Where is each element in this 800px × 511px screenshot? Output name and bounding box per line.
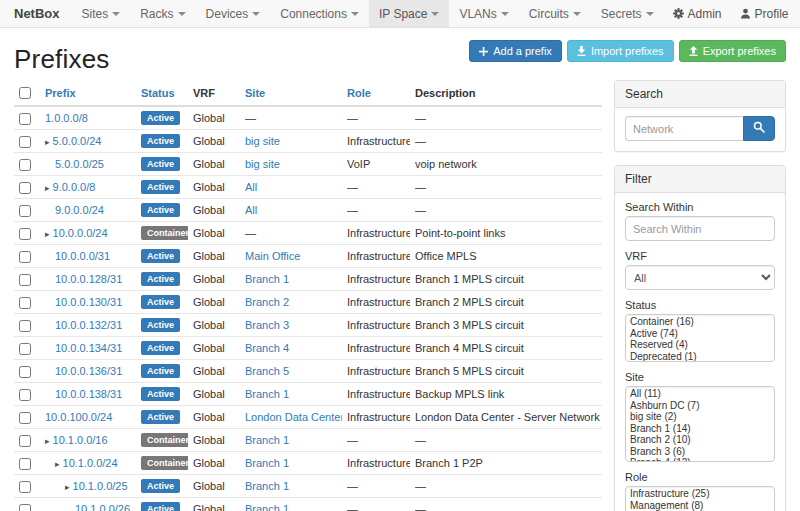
column-header-status[interactable]: Status [141,87,175,99]
search-within-input[interactable] [625,216,775,241]
row-checkbox[interactable] [19,389,31,401]
site-link[interactable]: Branch 3 [245,319,289,331]
site-link[interactable]: All [245,181,257,193]
prefix-link[interactable]: 10.1.0.0/24 [63,457,118,469]
prefix-link[interactable]: 10.0.0.130/31 [55,296,122,308]
site-link[interactable]: Branch 4 [245,342,289,354]
listbox-option[interactable]: All (11) [626,388,774,400]
prefix-link[interactable]: 9.0.0.0/8 [53,181,96,193]
site-link[interactable]: Branch 2 [245,296,289,308]
listbox-option[interactable]: Management (8) [626,500,774,511]
prefix-link[interactable]: 10.0.0.134/31 [55,342,122,354]
row-checkbox[interactable] [19,412,31,424]
prefix-link[interactable]: 1.0.0.0/8 [45,112,88,124]
row-checkbox[interactable] [19,297,31,309]
nav-item-secrets[interactable]: Secrets [591,0,664,27]
row-checkbox[interactable] [19,228,31,240]
row-checkbox[interactable] [19,113,31,125]
listbox-option[interactable]: Branch 1 (14) [626,423,774,435]
expand-arrow-icon[interactable]: ▸ [45,183,50,193]
prefix-link[interactable]: 5.0.0.0/24 [53,135,102,147]
site-link[interactable]: Main Office [245,250,300,262]
nav-item-circuits[interactable]: Circuits [519,0,591,27]
vrf-select[interactable]: All [625,265,775,290]
site-link[interactable]: Branch 1 [245,480,289,492]
listbox-option[interactable]: Deprecated (1) [626,351,774,363]
column-header-role[interactable]: Role [347,87,371,99]
listbox-option[interactable]: big site (2) [626,411,774,423]
prefix-link[interactable]: 10.0.0.0/24 [53,227,108,239]
prefix-link[interactable]: 10.1.0.0/25 [73,480,128,492]
listbox-option[interactable]: Infrastructure (25) [626,488,774,500]
prefix-link[interactable]: 10.1.0.0/16 [53,434,108,446]
prefix-link[interactable]: 9.0.0.0/24 [55,204,104,216]
site-link[interactable]: All [245,204,257,216]
listbox-option[interactable]: Reserved (4) [626,339,774,351]
row-checkbox[interactable] [19,205,31,217]
listbox-option[interactable]: Active (74) [626,328,774,340]
column-header-prefix[interactable]: Prefix [45,87,76,99]
row-checkbox[interactable] [19,274,31,286]
profile-link[interactable]: Profile [731,0,798,27]
add-prefix-button[interactable]: Add a prefix [469,40,562,62]
prefix-link[interactable]: 10.0.0.0/31 [55,250,110,262]
nav-item-connections[interactable]: Connections [270,0,369,27]
site-link[interactable]: big site [245,135,280,147]
row-checkbox[interactable] [19,481,31,493]
prefix-link[interactable]: 10.1.0.0/26 [75,503,130,511]
row-checkbox[interactable] [19,343,31,355]
import-prefixes-button[interactable]: Import prefixes [567,40,674,62]
brand-logo[interactable]: NetBox [0,0,72,27]
status-badge: Active [141,341,180,355]
prefix-link[interactable]: 5.0.0.0/25 [55,158,104,170]
prefix-link[interactable]: 10.0.0.138/31 [55,388,122,400]
listbox-option[interactable]: Branch 3 (6) [626,446,774,458]
site-link[interactable]: Branch 1 [245,457,289,469]
row-checkbox[interactable] [19,320,31,332]
listbox-option[interactable]: Ashburn DC (7) [626,400,774,412]
prefix-link[interactable]: 10.0.0.132/31 [55,319,122,331]
nav-item-ip-space[interactable]: IP Space [369,0,449,27]
site-link[interactable]: Branch 1 [245,388,289,400]
role-filter-listbox[interactable]: Infrastructure (25)Management (8)Private… [625,486,775,511]
row-checkbox[interactable] [19,182,31,194]
expand-arrow-icon[interactable]: ▸ [45,137,50,147]
prefix-link[interactable]: 10.0.0.128/31 [55,273,122,285]
site-link[interactable]: Branch 5 [245,365,289,377]
nav-item-vlans[interactable]: VLANs [449,0,518,27]
site-link[interactable]: London Data Center [245,411,342,423]
admin-link[interactable]: Admin [664,0,731,27]
prefix-link[interactable]: 10.0.100.0/24 [45,411,112,423]
expand-arrow-icon[interactable]: ▸ [55,459,60,469]
row-checkbox[interactable] [19,159,31,171]
select-all-checkbox[interactable] [19,87,31,99]
listbox-option[interactable]: Branch 4 (12) [626,457,774,462]
nav-item-racks[interactable]: Racks [130,0,195,27]
site-link[interactable]: big site [245,158,280,170]
search-button[interactable] [743,116,775,141]
listbox-option[interactable]: Container (16) [626,316,774,328]
listbox-option[interactable]: Branch 2 (10) [626,434,774,446]
row-checkbox[interactable] [19,251,31,263]
search-input[interactable] [625,116,743,141]
nav-item-devices[interactable]: Devices [196,0,271,27]
row-checkbox[interactable] [19,504,31,511]
expand-arrow-icon[interactable]: ▸ [65,482,70,492]
expand-arrow-icon[interactable]: ▸ [45,436,50,446]
nav-item-sites[interactable]: Sites [72,0,131,27]
row-checkbox[interactable] [19,366,31,378]
site-filter-listbox[interactable]: All (11)Ashburn DC (7)big site (2)Branch… [625,386,775,462]
column-header-site[interactable]: Site [245,87,265,99]
status-cell: Active [136,245,188,268]
row-checkbox[interactable] [19,136,31,148]
site-link[interactable]: Branch 1 [245,503,289,511]
site-cell: Branch 1 [240,498,342,511]
export-prefixes-button[interactable]: Export prefixes [679,40,786,62]
site-link[interactable]: Branch 1 [245,434,289,446]
row-checkbox[interactable] [19,458,31,470]
row-checkbox[interactable] [19,435,31,447]
prefix-link[interactable]: 10.0.0.136/31 [55,365,122,377]
site-link[interactable]: Branch 1 [245,273,289,285]
expand-arrow-icon[interactable]: ▸ [45,229,50,239]
status-filter-listbox[interactable]: Container (16)Active (74)Reserved (4)Dep… [625,314,775,362]
